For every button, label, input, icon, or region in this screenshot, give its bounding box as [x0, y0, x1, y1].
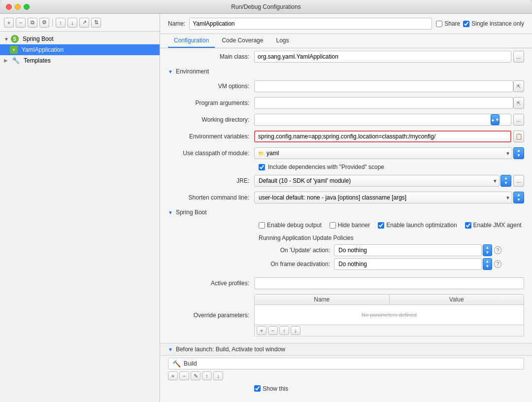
env-vars-field: 📋	[254, 131, 524, 142]
single-instance-checkbox[interactable]	[463, 21, 469, 27]
yaml-app-label: YamlApplication	[22, 46, 64, 53]
sidebar-item-templates[interactable]: ▶ 🔧 Templates	[0, 55, 160, 66]
table-up-button[interactable]: ↑	[279, 326, 289, 335]
tab-configuration[interactable]: Configuration	[168, 34, 215, 48]
spring-boot-section-arrow-icon[interactable]: ▼	[168, 210, 173, 215]
vm-options-input[interactable]	[254, 80, 513, 92]
table-remove-button[interactable]: −	[268, 326, 278, 335]
copy-config-button[interactable]: ⧉	[28, 18, 37, 28]
shorten-cmd-stepper-icon: ▲▼	[517, 193, 521, 202]
vm-options-expand-button[interactable]: ⇱	[513, 80, 524, 92]
jre-ellipsis-button[interactable]: ...	[513, 175, 524, 187]
enable-debug-label[interactable]: Enable debug output	[259, 222, 322, 229]
enable-jmx-checkbox[interactable]	[465, 222, 471, 229]
share-checkbox[interactable]	[436, 21, 442, 27]
close-button[interactable]	[6, 4, 12, 10]
right-panel: Name: Share Single instance only Configu…	[160, 14, 532, 402]
sidebar-toolbar: + − ⧉ ⚙ ↑ ↓ ↗ ⇅	[0, 14, 160, 32]
working-dir-ellipsis-button[interactable]: ...	[513, 114, 524, 126]
config-panel: Main class: ... ▼ Environment VM options…	[160, 48, 532, 402]
up-button[interactable]: ↑	[56, 18, 66, 28]
before-launch-edit-button[interactable]: ✎	[191, 371, 200, 380]
build-label: Build	[184, 360, 197, 367]
main-class-ellipsis-button[interactable]: ...	[513, 51, 524, 63]
name-input[interactable]	[189, 18, 432, 30]
add-config-button[interactable]: +	[4, 18, 14, 28]
enable-launch-checkbox[interactable]	[378, 222, 384, 229]
jre-stepper-button[interactable]: ▲▼	[500, 175, 511, 187]
override-params-section: Override parameters: Name Value No param…	[160, 292, 532, 341]
jre-field: Default (10 - SDK of 'yaml' module) ▼ ▲▼…	[254, 175, 524, 187]
templates-arrow: ▶	[4, 58, 8, 63]
templates-label: Templates	[24, 57, 51, 64]
sidebar-item-spring-boot[interactable]: ▼ S Spring Boot	[0, 34, 160, 44]
program-args-row: Program arguments: ⇱	[160, 95, 532, 111]
jre-select[interactable]: Default (10 - SDK of 'yaml' module)	[254, 175, 499, 187]
minimize-button[interactable]	[15, 4, 21, 10]
table-header: Name Value	[255, 295, 524, 305]
vm-options-field: ⇱	[254, 80, 524, 92]
table-down-button[interactable]: ↓	[291, 326, 300, 335]
before-launch-add-button[interactable]: +	[168, 371, 178, 380]
table-body: No parameters defined	[255, 305, 524, 325]
wrench-button[interactable]: ⚙	[39, 18, 49, 28]
on-update-stepper-button[interactable]: ▲▼	[483, 244, 492, 256]
working-dir-input[interactable]	[254, 114, 511, 126]
remove-config-button[interactable]: −	[16, 18, 26, 28]
on-frame-help-button[interactable]: ?	[494, 260, 501, 268]
before-launch-up-button[interactable]: ↑	[202, 371, 212, 380]
active-profiles-label: Active profiles:	[168, 280, 254, 287]
table-name-col: Name	[255, 295, 389, 304]
env-vars-folder-button[interactable]: 📋	[513, 131, 524, 142]
share-area: Share Single instance only	[436, 20, 524, 27]
on-update-help-button[interactable]: ?	[494, 246, 501, 254]
program-args-input[interactable]	[254, 97, 513, 109]
window-title: Run/Debug Configurations	[231, 3, 300, 10]
env-vars-input[interactable]	[254, 131, 511, 142]
share-checkbox-label[interactable]: Share	[436, 20, 460, 27]
before-launch-section: ▼ Before launch: Build, Activate tool wi…	[160, 343, 532, 382]
enable-debug-checkbox[interactable]	[259, 222, 265, 229]
enable-jmx-label[interactable]: Enable JMX agent	[465, 222, 522, 229]
share-label: Share	[444, 20, 460, 27]
main-class-label: Main class:	[168, 53, 254, 60]
on-frame-select-wrapper: Do nothing ▲▼ ?	[334, 258, 501, 270]
enable-debug-text: Enable debug output	[267, 222, 322, 229]
working-dir-row: Working directory: ▲▼ ...	[160, 111, 532, 128]
environment-arrow-icon[interactable]: ▼	[168, 69, 173, 74]
classpath-stepper-button[interactable]: ▲▼	[513, 147, 524, 159]
before-launch-arrow-icon[interactable]: ▼	[168, 347, 173, 352]
main-class-input[interactable]	[254, 51, 511, 63]
on-update-select[interactable]: Do nothing	[334, 244, 482, 256]
tab-code-coverage[interactable]: Code Coverage	[216, 34, 269, 48]
spring-boot-section-header: ▼ Spring Boot	[160, 206, 532, 219]
sidebar: + − ⧉ ⚙ ↑ ↓ ↗ ⇅ ▼ S Spring Boot Y	[0, 14, 160, 402]
shorten-cmd-select[interactable]: user-local default: none - java [options…	[254, 192, 512, 203]
move-button[interactable]: ↗	[79, 18, 89, 28]
hide-banner-checkbox[interactable]	[330, 222, 336, 229]
sidebar-item-yaml-application[interactable]: Y YamlApplication	[0, 44, 160, 55]
classpath-select[interactable]: yaml	[254, 147, 512, 159]
active-profiles-input[interactable]	[254, 277, 524, 289]
program-args-expand-button[interactable]: ⇱	[513, 97, 524, 109]
tab-logs[interactable]: Logs	[270, 34, 295, 48]
shorten-cmd-stepper-button[interactable]: ▲▼	[513, 192, 524, 203]
on-frame-row: On frame deactivation: Do nothing ▲▼ ?	[259, 258, 524, 270]
hide-banner-label[interactable]: Hide banner	[330, 222, 370, 229]
on-frame-select[interactable]: Do nothing	[334, 258, 482, 270]
table-add-button[interactable]: +	[257, 326, 266, 335]
working-dir-dropdown-button[interactable]: ▲▼	[491, 114, 499, 125]
enable-launch-label[interactable]: Enable launch optimization	[378, 222, 457, 229]
include-deps-checkbox[interactable]	[259, 164, 265, 170]
show-this-checkbox[interactable]	[254, 385, 261, 392]
maximize-button[interactable]	[24, 4, 30, 10]
name-label: Name:	[168, 20, 185, 27]
before-launch-down-button[interactable]: ↓	[213, 371, 223, 380]
classpath-select-wrapper: yaml 📁 ▼	[254, 147, 512, 159]
main-class-row: Main class: ...	[160, 48, 532, 65]
on-frame-stepper-button[interactable]: ▲▼	[483, 258, 492, 270]
single-instance-label[interactable]: Single instance only	[463, 20, 524, 27]
before-launch-remove-button[interactable]: −	[179, 371, 189, 380]
down-button[interactable]: ↓	[67, 18, 77, 28]
sort-button[interactable]: ⇅	[91, 18, 101, 28]
